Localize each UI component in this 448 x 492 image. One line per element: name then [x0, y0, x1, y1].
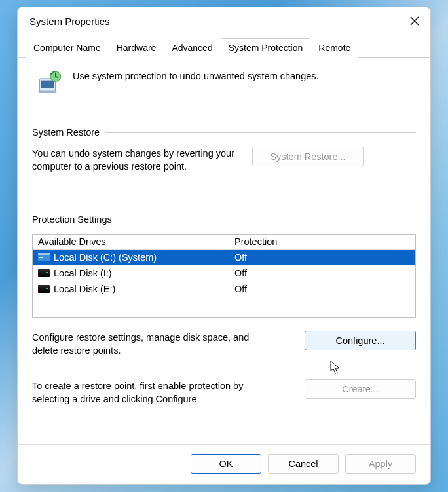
dialog-title: System Properties: [29, 16, 110, 27]
configure-description: Configure restore settings, manage disk …: [32, 331, 268, 358]
disk-icon: [38, 285, 50, 293]
cancel-button[interactable]: Cancel: [268, 454, 339, 474]
create-button[interactable]: Create...: [305, 379, 416, 399]
tab-bar: Computer Name Hardware Advanced System P…: [18, 37, 430, 58]
system-properties-dialog: System Properties Computer Name Hardware…: [17, 7, 431, 485]
intro-text: Use system protection to undo unwanted s…: [73, 69, 319, 81]
tab-hardware[interactable]: Hardware: [109, 38, 164, 58]
svg-rect-9: [39, 257, 41, 258]
system-restore-row: You can undo system changes by reverting…: [32, 147, 416, 179]
disk-icon: [38, 253, 50, 262]
drive-row[interactable]: Local Disk (I:) Off: [33, 265, 415, 281]
svg-rect-10: [41, 257, 43, 258]
configure-button[interactable]: Configure...: [305, 331, 416, 350]
drive-protection: Off: [229, 252, 415, 263]
drive-name: Local Disk (I:): [54, 268, 112, 278]
drive-row[interactable]: Local Disk (C:) (System) Off: [33, 250, 415, 265]
svg-rect-8: [38, 253, 50, 255]
intro-row: Use system protection to undo unwanted s…: [32, 67, 416, 115]
protection-settings-group-label: Protection Settings: [32, 214, 416, 225]
create-description: To create a restore point, first enable …: [32, 379, 268, 406]
drive-name: Local Disk (C:) (System): [54, 252, 157, 263]
svg-rect-3: [41, 81, 54, 88]
system-restore-label-text: System Restore: [32, 127, 100, 138]
drives-header: Available Drives Protection: [33, 235, 415, 250]
system-restore-group-label: System Restore: [32, 127, 416, 138]
divider: [117, 219, 416, 219]
tab-content: Use system protection to undo unwanted s…: [18, 58, 430, 444]
system-restore-description: You can undo system changes by reverting…: [32, 147, 242, 174]
create-row: To create a restore point, first enable …: [32, 379, 416, 406]
drive-row[interactable]: Local Disk (E:) Off: [33, 281, 415, 297]
tab-computer-name[interactable]: Computer Name: [26, 38, 109, 58]
system-restore-icon: [36, 69, 64, 100]
header-protection: Protection: [229, 235, 415, 249]
system-restore-button[interactable]: System Restore...: [252, 147, 364, 166]
tab-advanced[interactable]: Advanced: [164, 38, 220, 58]
drives-listbox[interactable]: Available Drives Protection Local Disk (…: [32, 234, 416, 318]
close-icon[interactable]: [409, 16, 420, 26]
divider: [105, 132, 416, 133]
drive-protection: Off: [229, 284, 415, 294]
tab-system-protection[interactable]: System Protection: [221, 38, 311, 58]
header-available-drives: Available Drives: [33, 235, 229, 249]
tab-remote[interactable]: Remote: [310, 38, 358, 58]
ok-button[interactable]: OK: [191, 454, 261, 474]
drive-name: Local Disk (E:): [54, 284, 115, 294]
dialog-footer: OK Cancel Apply: [18, 445, 430, 484]
titlebar: System Properties: [18, 7, 430, 33]
configure-row: Configure restore settings, manage disk …: [32, 331, 416, 358]
svg-rect-4: [39, 91, 57, 93]
apply-button[interactable]: Apply: [345, 454, 416, 474]
drive-protection: Off: [229, 268, 415, 278]
protection-settings-label-text: Protection Settings: [32, 214, 112, 225]
disk-icon: [38, 269, 50, 277]
